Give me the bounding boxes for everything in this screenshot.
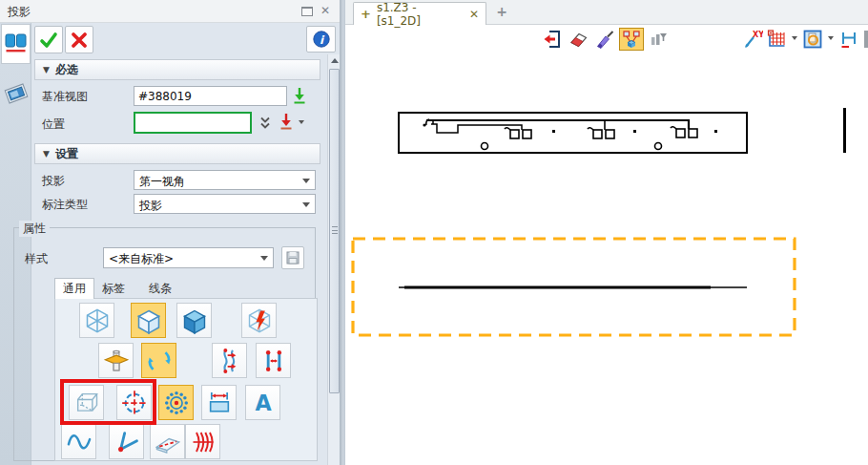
annotation-type-label: 标注类型: [42, 197, 88, 213]
base-view-input[interactable]: [134, 86, 287, 106]
clipped-toolbar-icon[interactable]: [864, 31, 868, 48]
flat-plate-icon[interactable]: [150, 424, 185, 459]
new-tab-button[interactable]: +: [493, 3, 510, 20]
rotate-arrows-icon[interactable]: [141, 343, 176, 378]
projection-view-icon: [621, 29, 642, 50]
h-dimension-button[interactable]: [838, 29, 859, 50]
eraser-icon: [568, 29, 589, 50]
position-label: 位置: [42, 116, 65, 133]
highlight-red-box: [60, 379, 156, 425]
document-tabbar: + s1.Z3 - [s1_2D] ✕ +: [345, 0, 868, 25]
save-style-button[interactable]: [281, 246, 304, 269]
panel-title: 投影: [8, 4, 31, 20]
filter-icon: [648, 29, 669, 50]
save-floppy-icon: [285, 250, 300, 265]
settings-section-header[interactable]: ▼ 设置: [34, 143, 320, 164]
green-arrow-down-icon: [291, 86, 308, 105]
drawing-canvas[interactable]: + s1.Z3 - [s1_2D] ✕ +: [345, 0, 868, 465]
sine-wave-icon[interactable]: [61, 424, 96, 459]
required-header-label: 必选: [55, 62, 78, 78]
chevron-down-icon: [260, 256, 268, 261]
style-select[interactable]: <来自标准>: [103, 247, 274, 268]
exit-icon: [542, 29, 563, 50]
wireframe-cube-icon[interactable]: [79, 303, 114, 338]
chevron-down-icon: [302, 202, 310, 207]
projection-label: 投影: [42, 173, 65, 189]
brush-icon: [594, 29, 615, 50]
pick-dropdown-arrow-icon[interactable]: [299, 120, 304, 124]
lightning-cube-icon[interactable]: [241, 303, 277, 338]
expand-options-button[interactable]: [258, 116, 273, 134]
grid-icon: [766, 29, 787, 50]
panel-side-tab[interactable]: [1, 24, 31, 64]
document-tab[interactable]: + s1.Z3 - [s1_2D] ✕: [353, 2, 486, 25]
zoom-dropdown-arrow-icon[interactable]: [828, 36, 834, 40]
ok-button[interactable]: [34, 26, 63, 53]
svg-text:A: A: [255, 391, 272, 415]
tab-close-icon[interactable]: ✕: [469, 8, 479, 21]
cancel-button[interactable]: [65, 26, 93, 53]
confirm-check-icon: [38, 30, 59, 51]
zoom-document-button[interactable]: [802, 29, 823, 50]
xy-point-button[interactable]: XY: [742, 29, 763, 50]
settings-header-label: 设置: [55, 146, 78, 162]
red-arrow-down-icon: [278, 112, 295, 131]
bend-angle-icon[interactable]: [109, 424, 144, 459]
filter-button[interactable]: [648, 29, 669, 50]
projection-panel: 投影 ✕: [0, 0, 340, 465]
double-chevron-down-icon: [258, 116, 273, 131]
xy-point-icon: XY: [742, 29, 763, 50]
collapse-arrow-icon: ▼: [43, 149, 50, 159]
panel-close-button[interactable]: ✕: [318, 3, 333, 18]
curve-arrows-icon[interactable]: [212, 343, 247, 378]
pick-position-button[interactable]: [278, 112, 295, 134]
collapse-arrow-icon: ▼: [43, 65, 50, 74]
panel-titlebar: 投影 ✕: [0, 0, 340, 23]
sheet-view-tab[interactable]: [3, 78, 30, 109]
gear-dots-icon[interactable]: [158, 385, 194, 420]
style-label: 样式: [25, 251, 48, 267]
tab-plus-icon: +: [361, 7, 371, 21]
tab-general[interactable]: 通用: [54, 278, 94, 299]
annotation-type-value: 投影: [139, 198, 162, 214]
scrollbar-grip: [332, 226, 338, 234]
position-input[interactable]: [134, 112, 252, 134]
tab-label[interactable]: 标签: [102, 281, 125, 297]
grid-button[interactable]: [766, 29, 787, 50]
import-view-button[interactable]: [291, 86, 308, 108]
tilted-sheet-icon: [3, 78, 30, 109]
dimension-rect-icon[interactable]: [201, 385, 237, 420]
restore-icon[interactable]: [301, 7, 313, 16]
brush-button[interactable]: [594, 29, 615, 50]
base-view-label: 基准视图: [42, 89, 88, 105]
annotation-type-select[interactable]: 投影: [134, 194, 316, 214]
grid-dropdown-arrow-icon[interactable]: [792, 36, 797, 40]
hatch-lines-icon[interactable]: [185, 424, 220, 459]
svg-text:XY: XY: [753, 31, 763, 39]
drawing-view-graphics: [345, 0, 868, 465]
zoom-document-icon: [802, 29, 823, 50]
projection-view-button[interactable]: [619, 28, 644, 51]
info-icon: i: [312, 30, 331, 49]
tab-general-label: 通用: [63, 282, 86, 295]
projection-select[interactable]: 第一视角: [134, 170, 316, 190]
scrollbar-thumb[interactable]: [329, 69, 340, 393]
h-dimension-icon: [838, 29, 859, 50]
properties-group-label: 属性: [19, 221, 50, 237]
cancel-x-icon: [69, 30, 90, 51]
eraser-button[interactable]: [568, 29, 589, 50]
style-value: <来自标准>: [109, 251, 174, 267]
info-button[interactable]: i: [306, 26, 336, 53]
document-tab-title: s1.Z3 - [s1_2D]: [377, 1, 462, 28]
align-points-icon[interactable]: [256, 343, 291, 378]
required-section-header[interactable]: ▼ 必选: [34, 59, 320, 80]
text-a-icon[interactable]: A: [245, 385, 280, 420]
panel-scrollbar[interactable]: [327, 54, 341, 465]
chevron-down-icon: [302, 179, 310, 183]
tab-lines[interactable]: 线条: [149, 281, 172, 297]
pages-icon: [4, 32, 29, 55]
solid-cube-icon[interactable]: [176, 303, 212, 338]
exit-button[interactable]: [542, 29, 563, 50]
shaded-cube-icon[interactable]: [131, 303, 166, 338]
section-cylinder-icon[interactable]: [98, 343, 134, 378]
